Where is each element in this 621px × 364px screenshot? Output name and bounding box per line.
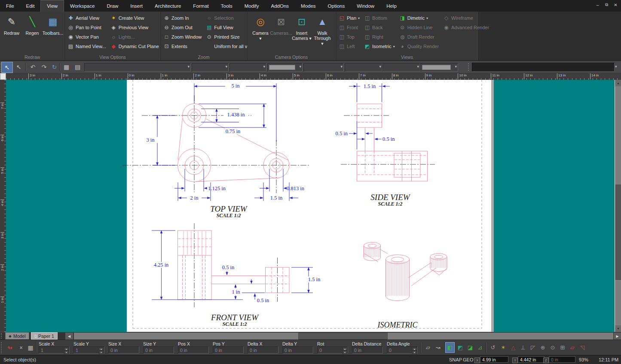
spinner-control: ▲▼ [64, 347, 69, 353]
menu-window[interactable]: Window [351, 0, 380, 12]
orbit-box-icon[interactable]: ▱ [423, 342, 433, 353]
flip-icon[interactable]: ◹ [578, 342, 587, 353]
toolbar-dropdown-1[interactable]: ▾ [84, 63, 191, 72]
regen-button[interactable]: ╲Regen [22, 13, 42, 53]
toolbars-button[interactable]: ▦Toolbars... [43, 13, 63, 53]
geo-toggle[interactable]: GEO [463, 357, 473, 362]
scroll-up-icon[interactable]: ▲ [615, 80, 621, 86]
ruler-mark: 8 in [392, 73, 399, 79]
side-view-title: SIDE VIEW [370, 193, 410, 202]
menu-modify[interactable]: Modify [239, 0, 265, 12]
node-select-icon[interactable]: ↖ [13, 62, 24, 72]
delta-distance-field: 0 in [352, 346, 383, 354]
menu-tools[interactable]: Tools [215, 0, 239, 12]
point-marker-icon[interactable]: ✶ [499, 342, 508, 353]
menu-architecture[interactable]: Architecture [149, 0, 187, 12]
zoom-window-button[interactable]: □Zoom Window [163, 32, 202, 42]
vector-pan-button[interactable]: ◉Vector Pan [67, 32, 106, 42]
zoom-out-button[interactable]: ⊖Zoom Out [163, 23, 202, 32]
previous-view-button[interactable]: ◈Previous View [110, 23, 162, 32]
menu-format[interactable]: Format [187, 0, 214, 12]
plan-button[interactable]: ◱Plan▾ [339, 13, 360, 23]
dynamic-cut-plane-button[interactable]: ◆Dynamic Cut Plane▾ [110, 42, 162, 51]
tab-paper-1[interactable]: ▯ Paper 1 [31, 332, 58, 340]
node-curve-icon[interactable]: ↬ [5, 343, 15, 353]
horizontal-ruler: 3 in2 in1 in0 in1 in2 in3 in4 in5 in6 in… [6, 73, 621, 80]
menu-insert[interactable]: Insert [124, 0, 149, 12]
align-icon[interactable]: ⊥ [518, 342, 528, 353]
extents-button[interactable]: ⊡Extents [163, 42, 202, 51]
named-view-button[interactable]: ▤Named View... [67, 42, 106, 51]
menu-view[interactable]: View [40, 0, 64, 12]
spinner-down-icon: ▼ [99, 351, 104, 354]
redraw-button[interactable]: ✎Redraw [2, 13, 21, 53]
horizontal-scroll-thumb[interactable] [298, 333, 388, 340]
vertical-scroll-thumb[interactable] [615, 185, 621, 280]
menu-draw[interactable]: Draw [101, 0, 124, 12]
snap-toggle[interactable]: SNAP [449, 357, 462, 362]
move-icon[interactable]: ⊕ [538, 342, 548, 353]
pan-refresh-icon[interactable]: ↻ [49, 62, 60, 72]
menu-help[interactable]: Help [380, 0, 403, 12]
select-crossing-icon[interactable]: ◩ [456, 342, 465, 353]
horizontal-scrollbar[interactable] [74, 333, 613, 340]
toolbar-dropdown-6[interactable]: ▾ [345, 63, 382, 72]
select-poly-icon[interactable]: ⊿ [475, 342, 485, 353]
group-label: View Options [65, 55, 160, 60]
restore-icon[interactable]: ⧉ [603, 1, 610, 8]
properties-table-icon[interactable]: ▦ [26, 343, 35, 353]
menu-workspace[interactable]: Workspace [64, 0, 101, 12]
rotate-icon[interactable]: ⊙ [548, 342, 557, 353]
delete-icon[interactable]: × [16, 343, 26, 353]
separator [420, 343, 421, 353]
angle-warning-icon[interactable]: △ [508, 342, 518, 353]
isometric-button[interactable]: ◩Isometric▾ [364, 42, 395, 51]
scroll-left-icon[interactable]: ◀ [65, 333, 73, 340]
pan-to-point-button[interactable]: ◎Pan to Point [67, 23, 106, 32]
select-window-icon[interactable]: ◧ [445, 342, 455, 353]
deselect-icon[interactable]: ↺ [488, 342, 498, 353]
select-inside-icon[interactable]: ◪ [465, 342, 475, 353]
aerial-view-button[interactable]: ✚Aerial View [67, 13, 106, 23]
menu-file[interactable]: File [0, 0, 20, 12]
redo-icon[interactable]: ↷ [39, 62, 49, 72]
scroll-down-icon[interactable]: ▼ [615, 325, 621, 332]
layer-table-icon[interactable]: ▦ [61, 62, 72, 72]
insert-button[interactable]: ⊡InsertCamera ▾ [292, 13, 312, 53]
select-cursor-icon[interactable]: ↖ [1, 62, 13, 73]
menu-edit[interactable]: Edit [20, 0, 41, 12]
dimetric-button[interactable]: ◨Dimetric▾ [399, 13, 439, 23]
scroll-right-icon[interactable]: ▶ [614, 333, 621, 340]
coordinate-y-field[interactable]: 4.442 in [518, 356, 545, 363]
skew-icon[interactable]: ▱ [568, 342, 577, 353]
coordinate-x-field[interactable]: 4.99 in [480, 356, 508, 363]
tab-model[interactable]: ◈ Model [5, 332, 29, 340]
toolbar-dropdown-2[interactable]: ▾ [192, 63, 229, 72]
undo-icon[interactable]: ↶ [28, 62, 38, 72]
zoom-in-button[interactable]: ⊕Zoom In [163, 13, 202, 23]
camera-button[interactable]: ◎Camera▾ [251, 13, 270, 53]
print-preview-icon[interactable]: ▤ [72, 62, 83, 72]
mirror-icon[interactable]: ◸ [528, 342, 538, 353]
toolbar-dropdown-8[interactable]: ▾ [420, 63, 458, 72]
minimize-icon[interactable]: – [594, 1, 601, 8]
scale-icon[interactable]: ⊞ [558, 342, 567, 353]
menu-modes[interactable]: Modes [295, 0, 322, 12]
coordinate-z-field[interactable]: 0 in [549, 356, 575, 363]
menu-options[interactable]: Options [322, 0, 351, 12]
curve-edit-icon[interactable]: ↝ [433, 342, 443, 353]
vertical-scrollbar[interactable]: ▲ ▼ [615, 80, 621, 332]
toolbar-dropdown-3[interactable]: ▾ [229, 63, 266, 72]
toolbar-dropdown-4[interactable]: ▾ [267, 63, 303, 72]
drawing-canvas[interactable]: 5 in 1.438 in 0.75 in 3 in 1.125 in 2 in… [6, 80, 615, 332]
create-view-button[interactable]: ✶Create View [110, 13, 162, 23]
menu-addons[interactable]: AddOns [265, 0, 295, 12]
close-icon[interactable]: ✕ [612, 1, 619, 8]
group-label: Camera Options [247, 55, 336, 60]
toolbar-dropdown-7[interactable]: ▾ [382, 63, 420, 72]
command-combobox[interactable] [472, 63, 615, 72]
chevron-down-icon[interactable]: ▾ [615, 64, 617, 69]
separator [486, 343, 486, 353]
walk-button[interactable]: ▲WalkThrough ▾ [312, 13, 332, 53]
toolbar-dropdown-5[interactable]: ▾ [303, 63, 344, 72]
